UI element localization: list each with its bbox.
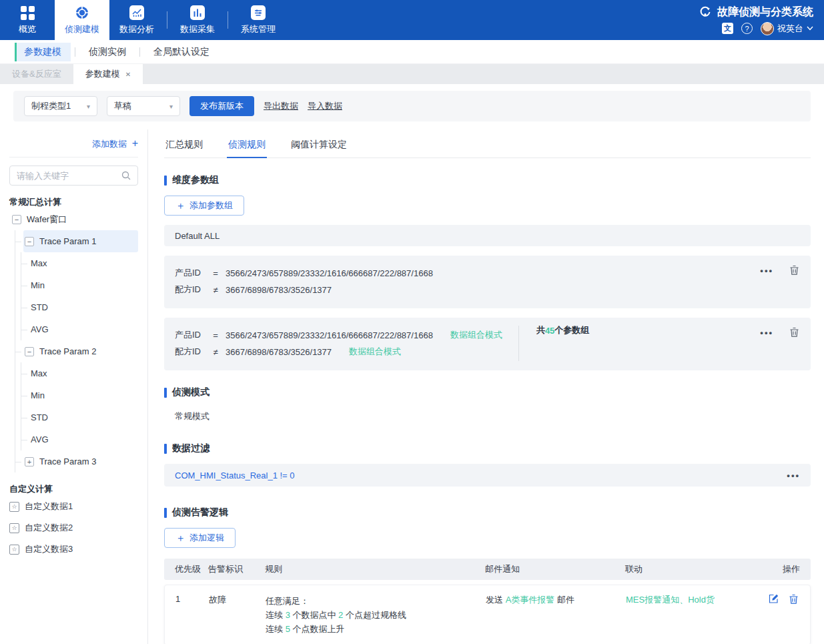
plus-icon: +	[132, 137, 138, 149]
tree-leaf-max[interactable]: Max	[21, 362, 138, 384]
mail-cell: 发送 A类事件报警 邮件	[486, 594, 626, 606]
top-nav-items: 概览侦测建模数据分析数据采集系统管理	[0, 0, 286, 40]
import-data-link[interactable]: 导入数据	[308, 100, 342, 112]
grid-square	[21, 6, 27, 12]
section-title-text: 侦测模式	[172, 386, 210, 398]
help-icon[interactable]: ?	[741, 23, 753, 34]
status-select[interactable]: 草稿 ▾	[107, 96, 180, 116]
collapse-icon[interactable]: −	[12, 215, 21, 224]
add-data-label: 添加数据	[92, 139, 127, 149]
tree-leaf-std[interactable]: STD	[21, 296, 138, 318]
data-combine-mode-link[interactable]: 数据组合模式	[450, 329, 502, 341]
topbar-right: 故障侦测与分类系统 文 ? 祝英台	[699, 0, 824, 40]
highlight-value: 45	[545, 326, 554, 336]
edit-icon[interactable]	[769, 594, 779, 605]
sidebar-search	[9, 166, 138, 186]
rule-tab-2[interactable]: 侦测规则	[227, 135, 267, 157]
translate-icon[interactable]: 文	[722, 23, 733, 34]
data-filter-row: COM_HMI_Status_Real_1 != 0 •••	[164, 464, 811, 487]
tree-leaf-max[interactable]: Max	[21, 252, 138, 274]
custom-data-item-2[interactable]: ☆自定义数据2	[9, 518, 138, 538]
highlight-value: MES报警通知、Hold货	[626, 595, 715, 605]
publish-version-button[interactable]: 发布新版本	[189, 96, 254, 116]
top-nav-label: 概览	[19, 23, 36, 35]
collapse-icon[interactable]: −	[25, 237, 34, 246]
tree-leaf-min[interactable]: Min	[21, 384, 138, 406]
trash-icon[interactable]	[789, 327, 800, 338]
chevron-down-icon: ▾	[87, 103, 90, 110]
custom-data-list: ☆自定义数据1☆自定义数据2☆自定义数据3	[9, 497, 138, 559]
window-tab-2[interactable]: 参数建模✕	[73, 64, 143, 84]
add-logic-button[interactable]: ＋ 添加逻辑	[164, 528, 236, 548]
param-card-lines: 产品ID=3566/2473/657889/23332/1616/666687/…	[175, 262, 433, 300]
rule-line: 连续 5 个点数据上升	[266, 622, 486, 636]
user-menu[interactable]: 祝英台	[761, 22, 813, 35]
param-value: 3566/2473/657889/23332/1616/666687/222/8…	[226, 330, 433, 340]
alert-col-header: 告警标识	[208, 563, 265, 575]
highlight-value: 2	[338, 610, 343, 620]
add-logic-label: 添加逻辑	[189, 532, 224, 544]
top-nav-dashboard[interactable]: 概览	[0, 0, 55, 40]
tree-leaf-std[interactable]: STD	[21, 406, 138, 428]
add-data-button[interactable]: 添加数据 +	[9, 137, 138, 157]
rule-tab-3[interactable]: 阈值计算设定	[290, 135, 348, 157]
nav-divider	[167, 11, 167, 29]
default-all-row[interactable]: Default ALL	[164, 225, 811, 246]
sub-nav: 参数建模侦测实例全局默认设定	[0, 40, 824, 64]
param-condition: 配方ID≠3667/6898/6783/3526/1377	[175, 284, 433, 296]
rule-tab-1[interactable]: 汇总规则	[164, 135, 204, 157]
top-nav-settings[interactable]: 系统管理	[231, 0, 286, 40]
top-nav-label: 系统管理	[241, 23, 276, 35]
custom-data-item-3[interactable]: ☆自定义数据3	[9, 539, 138, 559]
top-nav-line-chart[interactable]: 数据分析	[109, 0, 164, 40]
expand-icon[interactable]: +	[25, 457, 34, 466]
top-nav-target[interactable]: 侦测建模	[55, 0, 109, 40]
user-avatar	[761, 22, 774, 35]
trash-icon[interactable]	[789, 265, 800, 276]
main-content: 汇总规则侦测规则阈值计算设定 维度参数组 ＋ 添加参数组 Default ALL…	[148, 129, 824, 644]
section-alert-logic-title: 侦测告警逻辑	[164, 507, 811, 519]
export-data-link[interactable]: 导出数据	[264, 100, 298, 112]
filter-expression[interactable]: COM_HMI_Status_Real_1 != 0	[175, 470, 295, 480]
more-icon[interactable]: •••	[760, 328, 773, 338]
more-icon[interactable]: •••	[760, 266, 773, 276]
tree-node-param-2[interactable]: −Trace Param 2	[23, 340, 138, 362]
star-icon: ☆	[9, 523, 19, 533]
window-tab-1[interactable]: 设备&反应室	[0, 64, 73, 84]
tree-node-param-3[interactable]: +Trace Param 3	[23, 450, 138, 472]
alert-col-header: 规则	[265, 563, 485, 575]
card-actions: •••	[760, 265, 800, 276]
tree-node-label: Wafer窗口	[27, 214, 67, 226]
subnav-item-1[interactable]: 参数建模	[15, 43, 71, 61]
tree-leaf-avg[interactable]: AVG	[21, 428, 138, 450]
top-nav-bar-chart[interactable]: 数据采集	[170, 0, 225, 40]
param-value: 3667/6898/6783/3526/1377	[226, 285, 332, 295]
window-tab-label: 参数建模	[85, 68, 120, 80]
alert-col-header: 联动	[625, 563, 763, 575]
collapse-icon[interactable]: −	[25, 347, 34, 356]
nav-divider	[228, 11, 228, 29]
subnav-item-3[interactable]: 全局默认设定	[144, 43, 219, 61]
search-input[interactable]	[17, 171, 117, 181]
custom-data-item-1[interactable]: ☆自定义数据1	[9, 497, 138, 517]
top-nav-label: 数据采集	[180, 23, 215, 35]
section-bar	[164, 444, 167, 454]
tree-leaf-min[interactable]: Min	[21, 274, 138, 296]
data-combine-mode-link[interactable]: 数据组合模式	[349, 346, 401, 358]
tree-node-root[interactable]: −Wafer窗口	[11, 208, 138, 230]
section-param-group-title: 维度参数组	[164, 174, 811, 186]
tree-node-param-1[interactable]: −Trace Param 1	[23, 230, 138, 252]
process-type-select[interactable]: 制程类型1 ▾	[24, 96, 97, 116]
tree-leaf-avg[interactable]: AVG	[21, 318, 138, 340]
add-param-group-button[interactable]: ＋ 添加参数组	[164, 196, 244, 216]
close-icon[interactable]: ✕	[125, 71, 131, 78]
more-icon[interactable]: •••	[787, 470, 800, 480]
top-nav-label: 侦测建模	[65, 23, 99, 35]
trash-icon[interactable]	[789, 594, 799, 605]
bar-chart-icon	[189, 5, 205, 21]
param-value: 3667/6898/6783/3526/1377	[226, 347, 332, 357]
param-value: 3566/2473/657889/23332/1616/666687/222/8…	[226, 268, 433, 278]
param-cards: 产品ID=3566/2473/657889/23332/1616/666687/…	[164, 256, 811, 370]
process-type-value: 制程类型1	[31, 100, 71, 112]
subnav-item-2[interactable]: 侦测实例	[79, 43, 135, 61]
